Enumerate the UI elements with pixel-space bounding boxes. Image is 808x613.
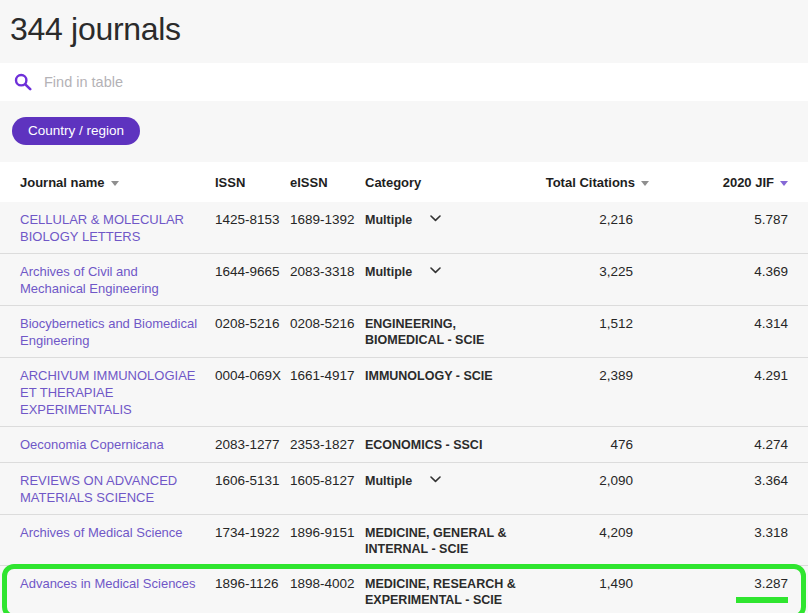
journal-link[interactable]: ARCHIVUM IMMUNOLOGIAE ET THERAPIAE EXPER…	[20, 367, 215, 418]
category-cell: Multiple	[365, 211, 535, 228]
issn-cell: 2083-1277	[215, 436, 290, 453]
table-body: CELLULAR & MOLECULAR BIOLOGY LETTERS 142…	[0, 202, 808, 613]
column-header-label: Journal name	[20, 175, 105, 190]
journal-name-cell: Archives of Medical Science	[20, 524, 215, 541]
table-row: CELLULAR & MOLECULAR BIOLOGY LETTERS 142…	[0, 202, 808, 254]
table-row: REVIEWS ON ADVANCED MATERIALS SCIENCE 16…	[0, 463, 808, 515]
eissn-cell: 0208-5216	[290, 315, 365, 332]
jif-cell: 3.364	[663, 472, 788, 489]
total-citations-cell: 1,512	[535, 315, 663, 332]
issn-cell: 1606-5131	[215, 472, 290, 489]
column-header-label: ISSN	[215, 175, 245, 190]
table-row: Archives of Civil and Mechanical Enginee…	[0, 254, 808, 306]
journal-name-cell: CELLULAR & MOLECULAR BIOLOGY LETTERS	[20, 211, 215, 245]
eissn-cell: 1661-4917	[290, 367, 365, 384]
chevron-down-icon[interactable]	[430, 267, 441, 274]
sort-caret-icon	[111, 181, 119, 186]
issn-cell: 0004-069X	[215, 367, 290, 384]
column-header-jif[interactable]: 2020 JIF	[663, 175, 788, 190]
jif-cell: 3.287	[663, 575, 788, 603]
jif-cell: 4.369	[663, 263, 788, 280]
jif-cell: 4.274	[663, 436, 788, 453]
total-citations-cell: 2,216	[535, 211, 663, 228]
column-header-label: Total Citations	[546, 175, 635, 190]
column-header-label: 2020 JIF	[723, 175, 774, 190]
jif-cell: 5.787	[663, 211, 788, 228]
category-cell: ECONOMICS - SSCI	[365, 436, 535, 453]
column-header-label: eISSN	[290, 175, 328, 190]
eissn-cell: 1898-4002	[290, 575, 365, 592]
table-header-row: Journal name ISSN eISSN Category Total C…	[0, 162, 808, 202]
journal-name-cell: Archives of Civil and Mechanical Enginee…	[20, 263, 215, 297]
category-cell: ENGINEERING, BIOMEDICAL - SCIE	[365, 315, 535, 348]
table-row: Archives of Medical Science 1734-1922 18…	[0, 515, 808, 566]
category-cell: Multiple	[365, 263, 535, 280]
country-region-filter-button[interactable]: Country / region	[12, 117, 140, 145]
total-citations-cell: 2,090	[535, 472, 663, 489]
issn-cell: 0208-5216	[215, 315, 290, 332]
eissn-cell: 1689-1392	[290, 211, 365, 228]
eissn-cell: 2083-3318	[290, 263, 365, 280]
jif-green-underline-annotation	[736, 597, 788, 603]
jif-cell: 3.318	[663, 524, 788, 541]
jif-cell: 4.291	[663, 367, 788, 384]
column-header-citations[interactable]: Total Citations	[535, 175, 663, 190]
search-input[interactable]	[42, 73, 794, 91]
total-citations-cell: 2,389	[535, 367, 663, 384]
journal-name-cell: ARCHIVUM IMMUNOLOGIAE ET THERAPIAE EXPER…	[20, 367, 215, 418]
journal-link[interactable]: Oeconomia Copernicana	[20, 436, 172, 453]
category-cell: IMMUNOLOGY - SCIE	[365, 367, 535, 384]
table-row: ARCHIVUM IMMUNOLOGIAE ET THERAPIAE EXPER…	[0, 358, 808, 427]
chevron-down-icon[interactable]	[430, 476, 441, 483]
journal-link[interactable]: Archives of Medical Science	[20, 524, 191, 541]
journal-link[interactable]: Biocybernetics and Biomedical Engineerin…	[20, 315, 215, 349]
search-bar	[0, 63, 808, 101]
journal-link[interactable]: REVIEWS ON ADVANCED MATERIALS SCIENCE	[20, 472, 215, 506]
eissn-cell: 1605-8127	[290, 472, 365, 489]
eissn-cell: 1896-9151	[290, 524, 365, 541]
category-cell: MEDICINE, RESEARCH & EXPERIMENTAL - SCIE	[365, 575, 535, 608]
total-citations-cell: 476	[535, 436, 663, 453]
sort-caret-icon	[641, 181, 649, 186]
table-row: Advances in Medical Sciences 1896-1126 1…	[0, 566, 808, 613]
journal-name-cell: REVIEWS ON ADVANCED MATERIALS SCIENCE	[20, 472, 215, 506]
jif-cell: 4.314	[663, 315, 788, 332]
sort-caret-icon	[780, 181, 788, 186]
column-header-label: Category	[365, 175, 421, 190]
issn-cell: 1896-1126	[215, 575, 290, 592]
journal-name-cell: Advances in Medical Sciences	[20, 575, 215, 592]
journals-table: Journal name ISSN eISSN Category Total C…	[0, 162, 808, 613]
column-header-issn: ISSN	[215, 175, 290, 190]
total-citations-cell: 1,490	[535, 575, 663, 592]
journal-link[interactable]: CELLULAR & MOLECULAR BIOLOGY LETTERS	[20, 211, 215, 245]
issn-cell: 1644-9665	[215, 263, 290, 280]
total-citations-cell: 3,225	[535, 263, 663, 280]
journal-link[interactable]: Advances in Medical Sciences	[20, 575, 204, 592]
column-header-category: Category	[365, 175, 535, 190]
eissn-cell: 2353-1827	[290, 436, 365, 453]
category-cell: MEDICINE, GENERAL & INTERNAL - SCIE	[365, 524, 535, 557]
table-row: Biocybernetics and Biomedical Engineerin…	[0, 306, 808, 358]
column-header-name[interactable]: Journal name	[20, 175, 215, 190]
search-icon	[14, 73, 32, 91]
chevron-down-icon[interactable]	[430, 215, 441, 222]
journal-name-cell: Biocybernetics and Biomedical Engineerin…	[20, 315, 215, 349]
page-title: 344 journals	[0, 0, 808, 48]
journal-link[interactable]: Archives of Civil and Mechanical Enginee…	[20, 263, 215, 297]
issn-cell: 1734-1922	[215, 524, 290, 541]
journal-name-cell: Oeconomia Copernicana	[20, 436, 215, 453]
column-header-eissn: eISSN	[290, 175, 365, 190]
category-cell: Multiple	[365, 472, 535, 489]
total-citations-cell: 4,209	[535, 524, 663, 541]
issn-cell: 1425-8153	[215, 211, 290, 228]
table-row: Oeconomia Copernicana 2083-1277 2353-182…	[0, 427, 808, 463]
